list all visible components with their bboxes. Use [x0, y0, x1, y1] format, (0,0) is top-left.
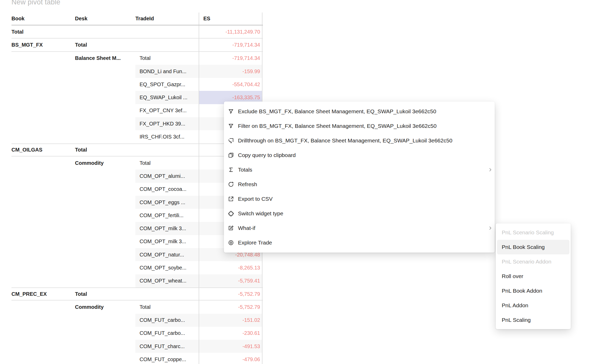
menu-item-what-if[interactable]: What-if	[224, 221, 495, 235]
table-row: COM_FUT_carbo...-230.61	[11, 327, 263, 340]
menu-item-explore-trade[interactable]: Explore Trade	[224, 235, 495, 250]
widget-icon	[228, 210, 234, 217]
submenu-item-pnl-scenario-scaling: PnL Scenario Scaling	[497, 225, 569, 240]
cell-es-value[interactable]: -491.53	[199, 340, 262, 353]
cell-tradeid[interactable]: FX_OPT_CNY 3ef...	[135, 104, 199, 117]
menu-item-label: Explore Trade	[238, 240, 493, 246]
cell-book	[11, 248, 75, 261]
cell-es-value[interactable]: -11,131,249.70	[199, 26, 262, 38]
cell-book	[11, 196, 75, 209]
cell-es-value[interactable]: -479.06	[199, 353, 262, 364]
cell-tradeid[interactable]: IRS_CHF.OIS 3cf...	[135, 130, 199, 143]
cell-book	[11, 65, 75, 78]
submenu-item-pnl-scaling[interactable]: PnL Scaling	[497, 313, 569, 327]
cell-tradeid[interactable]: COM_OPT_cocoa...	[135, 183, 199, 196]
menu-item-label: Switch widget type	[238, 210, 493, 217]
cell-desk[interactable]: Commodity	[75, 300, 135, 313]
table-row: COM_FUT_coppe...-479.06	[11, 353, 263, 364]
cell-book	[11, 235, 75, 248]
menu-item-filter-on[interactable]: Filter on BS_MGT_FX, Balance Sheet Manag…	[224, 119, 495, 133]
cell-tradeid[interactable]: FX_OPT_HKD 39...	[135, 117, 199, 130]
table-row: Balance Sheet M...Total-719,714.34	[11, 52, 263, 65]
menu-item-export-csv[interactable]: Export to CSV	[224, 192, 495, 206]
cell-tradeid[interactable]: COM_FUT_carbo...	[135, 327, 199, 340]
table-row: CM_PREC_EXTotal-5,752.79	[11, 287, 263, 300]
cell-book	[11, 52, 75, 65]
column-header-book[interactable]: Book	[11, 12, 75, 25]
cell-desk	[75, 65, 135, 78]
cell-es-value[interactable]: -719,714.34	[199, 39, 262, 51]
cell-es-value[interactable]: -8,265.13	[199, 261, 262, 274]
cell-book	[11, 222, 75, 235]
cell-desk	[75, 26, 135, 38]
menu-item-exclude[interactable]: Exclude BS_MGT_FX, Balance Sheet Managem…	[224, 104, 495, 119]
cell-desk	[75, 91, 135, 104]
cell-book[interactable]: CM_PREC_EX	[11, 288, 75, 300]
cell-tradeid[interactable]: COM_OPT_soybe...	[135, 261, 199, 274]
cell-desk	[75, 209, 135, 222]
menu-item-label: Exclude BS_MGT_FX, Balance Sheet Managem…	[238, 108, 493, 115]
menu-item-label: Copy query to clipboard	[238, 152, 493, 158]
cell-tradeid[interactable]: COM_OPT_milk 3...	[135, 235, 199, 248]
cell-book	[11, 300, 75, 313]
menu-item-drillthrough[interactable]: Drillthrough on BS_MGT_FX, Balance Sheet…	[224, 133, 495, 148]
cell-desk	[75, 222, 135, 235]
cell-es-value[interactable]: -5,759.41	[199, 274, 262, 287]
cell-book	[11, 91, 75, 104]
submenu-item-pnl-book-scaling[interactable]: PnL Book Scaling	[497, 240, 569, 254]
cell-book	[11, 209, 75, 222]
cell-book[interactable]: BS_MGT_FX	[11, 39, 75, 51]
sigma-icon	[228, 166, 234, 173]
cell-tradeid[interactable]: COM_FUT_carbo...	[135, 314, 199, 327]
table-row: COM_OPT_soybe...-8,265.13	[11, 261, 263, 274]
cell-book[interactable]: Total	[11, 26, 75, 38]
cell-es-value[interactable]: -5,752.79	[199, 300, 262, 313]
cell-tradeid[interactable]: BOND_Li and Fun...	[135, 65, 199, 78]
menu-item-label: Filter on BS_MGT_FX, Balance Sheet Manag…	[238, 123, 493, 129]
cell-tradeid[interactable]: COM_OPT_natur...	[135, 248, 199, 261]
column-header-desk[interactable]: Desk	[75, 12, 135, 25]
cell-desk	[75, 183, 135, 196]
cell-desk	[75, 235, 135, 248]
cell-desk[interactable]: Total	[75, 288, 135, 300]
cell-es-value[interactable]: -230.61	[199, 327, 262, 340]
menu-item-refresh[interactable]: Refresh	[224, 177, 495, 192]
cell-desk	[75, 170, 135, 183]
cell-tradeid[interactable]: COM_OPT_eggs ...	[135, 196, 199, 209]
cell-desk[interactable]: Commodity	[75, 156, 135, 170]
cell-tradeid[interactable]: EQ_SPOT_Gazpr...	[135, 78, 199, 91]
column-header-tradeid[interactable]: TradeId	[135, 12, 199, 25]
cell-es-value[interactable]: -159.99	[199, 65, 262, 78]
submenu-item-roll-over[interactable]: Roll over	[497, 269, 569, 284]
cell-desk	[75, 104, 135, 117]
cell-tradeid[interactable]: Total	[135, 52, 199, 65]
cell-book[interactable]: CM_OILGAS	[11, 144, 75, 156]
cell-desk[interactable]: Total	[75, 144, 135, 156]
cell-es-value[interactable]: -151.02	[199, 314, 262, 327]
cell-es-value[interactable]: -719,714.34	[199, 52, 262, 65]
menu-item-label: What-if	[238, 225, 484, 231]
cell-tradeid[interactable]: EQ_SWAP_Lukoil ...	[135, 91, 199, 104]
cell-tradeid[interactable]: COM_OPT_milk 3...	[135, 222, 199, 235]
refresh-icon	[228, 181, 234, 188]
cell-tradeid[interactable]: COM_FUT_charc...	[135, 340, 199, 353]
column-header-es[interactable]: ES	[199, 12, 262, 25]
submenu-item-pnl-addon[interactable]: PnL Addon	[497, 298, 569, 313]
cell-desk[interactable]: Balance Sheet M...	[75, 52, 135, 65]
cell-book	[11, 170, 75, 183]
cell-tradeid[interactable]: COM_OPT_fertili...	[135, 209, 199, 222]
table-row: BS_MGT_FXTotal-719,714.34	[11, 39, 263, 52]
cell-es-value[interactable]: -554,704.42	[199, 78, 262, 91]
cell-tradeid[interactable]: COM_OPT_wheat...	[135, 274, 199, 287]
cell-tradeid[interactable]: Total	[135, 300, 199, 313]
submenu-item-pnl-book-addon[interactable]: PnL Book Addon	[497, 284, 569, 298]
menu-item-copy-query[interactable]: Copy query to clipboard	[224, 148, 495, 162]
cell-es-value[interactable]: -5,752.79	[199, 288, 262, 300]
menu-item-totals[interactable]: Totals	[224, 162, 495, 177]
cell-desk[interactable]: Total	[75, 39, 135, 51]
menu-item-switch-widget-type[interactable]: Switch widget type	[224, 206, 495, 221]
table-row: COM_FUT_carbo...-151.02	[11, 314, 263, 327]
cell-tradeid[interactable]: Total	[135, 156, 199, 170]
cell-tradeid[interactable]: COM_OPT_alumi...	[135, 170, 199, 183]
cell-tradeid[interactable]: COM_FUT_coppe...	[135, 353, 199, 364]
